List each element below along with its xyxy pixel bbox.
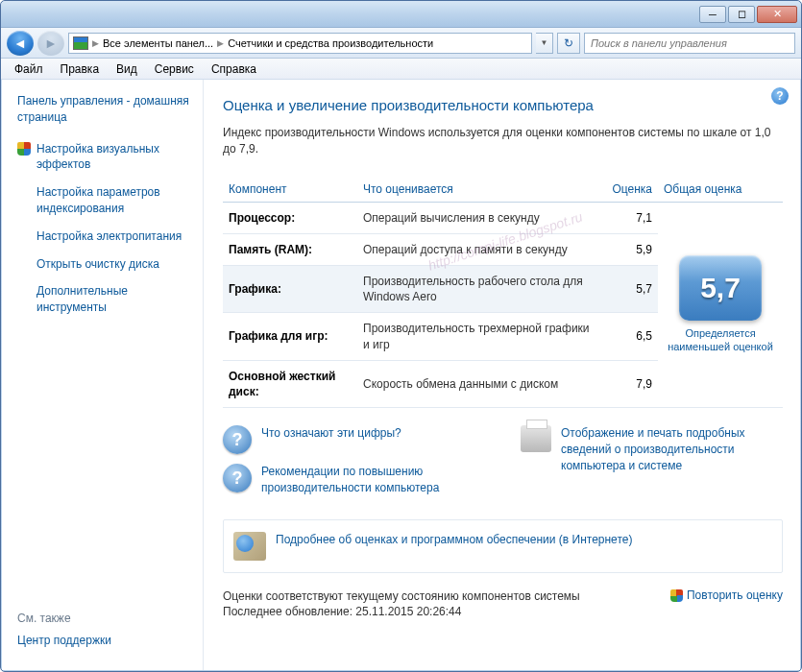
tips-link[interactable]: Рекомендации по повышению производительн…: [261, 464, 501, 496]
help-icon[interactable]: ?: [771, 87, 789, 105]
window-frame: ─ ◻ ✕ ◄ ► ▶ Все элементы панел... ▶ Счет…: [0, 0, 802, 672]
cell-component: Процессор:: [223, 202, 357, 233]
shield-icon: [17, 142, 31, 156]
cell-score: 7,9: [600, 360, 658, 407]
shield-icon: [670, 589, 683, 602]
close-button[interactable]: ✕: [757, 6, 797, 23]
sidebar-visual-effects[interactable]: Настройка визуальных эффектов: [17, 141, 193, 174]
cell-score: 5,9: [600, 233, 658, 265]
control-panel-home-link[interactable]: Панель управления - домашняя страница: [17, 93, 193, 126]
last-updated-text: Последнее обновление: 25.11.2015 20:26:4…: [223, 604, 783, 620]
print-details-link[interactable]: Отображение и печать подробных сведений …: [561, 425, 783, 473]
cell-component: Основной жесткий диск:: [223, 360, 357, 407]
learn-more-box: Подробнее об оценках и программном обесп…: [223, 519, 783, 573]
control-panel-icon: [73, 36, 88, 50]
nav-toolbar: ◄ ► ▶ Все элементы панел... ▶ Счетчики и…: [1, 28, 801, 59]
software-box-icon: [233, 532, 266, 561]
sidebar-item-label: Настройка визуальных эффектов: [36, 141, 193, 174]
back-button[interactable]: ◄: [7, 31, 34, 56]
sidebar-item-label: Дополнительные инструменты: [36, 283, 193, 316]
sidebar-item-label: Настройка электропитания: [36, 228, 182, 245]
rerun-assessment-link[interactable]: Повторить оценку: [670, 588, 783, 602]
base-score-subtitle: Определяется наименьшей оценкой: [664, 326, 777, 354]
base-score-badge: 5,7: [679, 255, 762, 321]
cell-score: 5,7: [600, 265, 658, 312]
sidebar-advanced-tools[interactable]: Дополнительные инструменты: [17, 283, 193, 316]
menu-view[interactable]: Вид: [109, 60, 145, 78]
sidebar-indexing[interactable]: Настройка параметров индексирования: [17, 184, 193, 217]
sidebar-item-label: Центр поддержки: [17, 633, 111, 649]
cell-score: 6,5: [600, 313, 658, 360]
sidebar-disk-cleanup[interactable]: Открыть очистку диска: [17, 256, 193, 273]
see-also-header: См. также: [17, 612, 193, 625]
breadcrumb-item[interactable]: Счетчики и средства производительности: [224, 37, 437, 49]
cell-desc: Производительность трехмерной графики и …: [357, 313, 600, 360]
score-table: Компонент Что оценивается Оценка Общая о…: [223, 177, 783, 409]
maximize-button[interactable]: ◻: [728, 6, 755, 23]
cell-score: 7,1: [600, 202, 658, 233]
forward-button[interactable]: ►: [37, 31, 64, 56]
cell-component: Память (RAM):: [223, 233, 357, 265]
cell-desc: Производительность рабочего стола для Wi…: [357, 265, 600, 312]
question-icon: ?: [223, 464, 252, 492]
menu-edit[interactable]: Правка: [53, 60, 108, 78]
learn-more-link[interactable]: Подробнее об оценках и программном обесп…: [276, 532, 632, 548]
breadcrumb-item[interactable]: Все элементы панел...: [99, 37, 217, 49]
col-subscore: Оценка: [600, 177, 658, 203]
what-do-numbers-mean-link[interactable]: Что означают эти цифры?: [261, 425, 401, 442]
base-score-value: 5,7: [700, 269, 741, 308]
content-area: Панель управления - домашняя страница На…: [2, 80, 800, 670]
printer-icon: [521, 425, 551, 452]
menu-bar: Файл Правка Вид Сервис Справка: [1, 59, 801, 80]
main-panel: ? http://compi-life.blogspot.ru Оценка и…: [204, 80, 800, 670]
menu-help[interactable]: Справка: [204, 60, 264, 78]
chevron-right-icon: ▶: [217, 38, 224, 48]
base-score-cell: 5,7 Определяется наименьшей оценкой: [658, 202, 783, 408]
sidebar-power[interactable]: Настройка электропитания: [17, 228, 193, 245]
menu-tools[interactable]: Сервис: [147, 60, 202, 78]
cell-desc: Скорость обмена данными с диском: [357, 360, 600, 407]
titlebar: ─ ◻ ✕: [1, 1, 801, 28]
address-bar[interactable]: ▶ Все элементы панел... ▶ Счетчики и сре…: [68, 33, 532, 54]
search-input[interactable]: [584, 33, 795, 54]
page-title: Оценка и увеличение производительности к…: [223, 97, 783, 113]
rerun-label: Повторить оценку: [687, 588, 783, 602]
cell-component: Графика для игр:: [223, 313, 357, 360]
refresh-button[interactable]: ↻: [557, 33, 580, 54]
col-what: Что оценивается: [357, 177, 600, 203]
minimize-button[interactable]: ─: [699, 6, 726, 23]
page-description: Индекс производительности Windows исполь…: [223, 125, 783, 157]
cell-component: Графика:: [223, 265, 357, 312]
cell-desc: Операций вычисления в секунду: [357, 202, 600, 233]
question-icon: ?: [223, 425, 252, 454]
sidebar: Панель управления - домашняя страница На…: [2, 80, 204, 670]
col-component: Компонент: [223, 177, 357, 203]
menu-file[interactable]: Файл: [7, 60, 51, 78]
chevron-right-icon: ▶: [92, 38, 99, 48]
address-dropdown[interactable]: ▼: [536, 33, 553, 54]
sidebar-item-label: Открыть очистку диска: [36, 256, 159, 273]
sidebar-item-label: Настройка параметров индексирования: [36, 184, 193, 217]
table-row: Процессор: Операций вычисления в секунду…: [223, 202, 783, 233]
sidebar-action-center[interactable]: Центр поддержки: [17, 633, 193, 649]
cell-desc: Операций доступа к памяти в секунду: [357, 233, 600, 265]
col-basescore: Общая оценка: [658, 177, 783, 203]
